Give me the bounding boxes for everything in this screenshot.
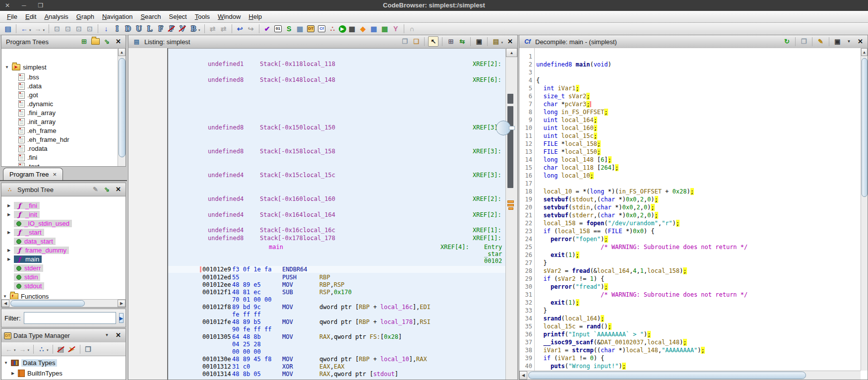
dropdown-caret-icon[interactable]: ▾ <box>29 28 31 32</box>
symbol-tree-header[interactable]: ∴ Symbol Tree ✎⇘✕ <box>1 183 125 196</box>
open-folder-icon[interactable] <box>91 37 100 46</box>
code-line[interactable]: 11 uint local_15c; <box>519 132 861 140</box>
xref-count[interactable]: XREF[2]: <box>473 195 501 202</box>
tree-item-section[interactable]: .dynamic <box>18 100 53 108</box>
dropdown-caret-icon[interactable]: ▾ <box>198 28 200 32</box>
stack-variable-row[interactable]: undefined4Stack[-0x160...local_160XREF[2… <box>168 195 505 202</box>
code-line[interactable]: 39 if (iVar1 != 0) { <box>519 354 861 362</box>
marker-bookmark-icon[interactable]: B <box>188 24 198 34</box>
xref-entry[interactable]: Entry <box>484 244 502 251</box>
code-line[interactable]: 4{ <box>519 76 861 84</box>
symbol-item-fini[interactable]: ▶ƒ_fini <box>6 201 40 210</box>
asm-bytes-continuation[interactable]: 00 00 00 <box>168 348 505 355</box>
function-label-row[interactable]: mainXREF[4]:Entry <box>168 244 505 251</box>
edit-icon[interactable]: ✎ <box>816 37 825 46</box>
code-line[interactable]: 3 <box>519 68 861 76</box>
save-icon[interactable]: ▤ <box>3 24 13 34</box>
menu-window[interactable]: Window <box>214 12 245 21</box>
code-line[interactable]: 32 exit(1); <box>519 299 861 307</box>
stack-variable-row[interactable]: undefined4Stack[-0x164...local_164XREF[2… <box>168 211 505 218</box>
menu-navigation[interactable]: Navigation <box>98 12 136 21</box>
listing-scroll-mark[interactable] <box>507 94 513 104</box>
tree-item-section[interactable]: .fini_array <box>18 109 56 117</box>
code-line[interactable]: 25 /* WARNING: Subroutine does not retur… <box>519 243 861 251</box>
expand-icon[interactable]: ▼ <box>4 65 9 69</box>
code-line[interactable]: 38 iVar1 = strcmp((char *)local_148,"AAA… <box>519 346 861 354</box>
dropdown-icon[interactable]: ▼ <box>844 37 854 46</box>
cursor-arrow-icon[interactable]: ↖ <box>428 36 438 47</box>
symbol-tree-hscrollbar[interactable]: ◀ ▶ <box>1 299 125 307</box>
marker-variable-icon[interactable]: V <box>178 24 187 34</box>
listing-content[interactable]: undefined1Stack[-0x118...local_118XREF[2… <box>168 48 505 380</box>
marker-undefined-icon[interactable]: U <box>134 24 144 34</box>
code-line[interactable]: 18 local_10 = *(long *)(in_FS_OFFSET + 0… <box>519 188 861 195</box>
code-line[interactable]: 33 } <box>519 307 861 315</box>
asm-row[interactable]: 0010130e48 89 45 f8MOVqword ptr [RBP + l… <box>168 356 505 363</box>
edit-icon[interactable]: ✎ <box>91 185 100 194</box>
asm-row[interactable]: 001012ee48 89 e5MOVRBP,RSP <box>168 281 505 288</box>
marker-function-icon[interactable]: F <box>156 24 166 34</box>
code-line[interactable]: 21 setvbuf(stderr,(char *)0x0,2,0); <box>519 211 861 219</box>
function-call-trees-icon[interactable]: ∴ <box>328 24 338 34</box>
code-line[interactable]: 36 printf("Input `AAAAAAAA` > "); <box>519 330 861 338</box>
listing-header[interactable]: ▤ Listing: simplest ❐❑↖⊞⇆▣▤▾✕ <box>128 35 517 49</box>
decompile-scroll-hthumb[interactable] <box>528 372 806 379</box>
dropdown-icon[interactable]: ▼ <box>102 330 112 340</box>
code-line[interactable]: 26 exit(1); <box>519 251 861 259</box>
function-label[interactable]: main <box>269 244 283 251</box>
margin-format-icon[interactable]: ▤ <box>491 37 500 46</box>
xref-count[interactable]: XREF[6]: <box>473 76 501 83</box>
memory-map-icon[interactable]: ▦ <box>347 24 357 34</box>
snapshot-icon[interactable]: ▣ <box>833 37 842 46</box>
dropdown-caret-icon[interactable]: ▾ <box>14 348 16 352</box>
patch-in-icon[interactable]: ⊡ <box>74 24 84 34</box>
clear-block-icon[interactable]: ⊡ <box>63 24 73 34</box>
xref-count[interactable]: XREF[4]: <box>440 244 469 251</box>
menu-file[interactable]: File <box>3 12 21 21</box>
preview-window-icon[interactable]: ❐ <box>83 344 93 354</box>
symbol-item-stdin[interactable]: stdin <box>6 273 40 281</box>
decompile-scrollbar[interactable]: ▲ <box>861 48 868 371</box>
close-icon[interactable]: ✕ <box>114 185 123 194</box>
code-line[interactable]: 37 __isoc99_scanf(&DAT_00102037,local_14… <box>519 338 861 346</box>
tab-program-tree[interactable]: Program Tree × <box>3 168 63 181</box>
bookmark-marker[interactable] <box>507 200 514 203</box>
program-tree-scrollbar[interactable]: ▲ <box>118 48 125 166</box>
clear-flow-icon[interactable]: ⊡ <box>52 24 62 34</box>
patch-out-icon[interactable]: ⊡ <box>85 24 95 34</box>
validate-icon[interactable]: ✔ <box>262 24 272 34</box>
refresh-icon[interactable]: ↻ <box>782 37 792 46</box>
bytes-view-icon[interactable]: ▦ <box>295 24 305 34</box>
stack-variable-row[interactable]: undefined8Stack[-0x150...local_150XREF[3… <box>168 124 505 131</box>
tab-close-icon[interactable]: × <box>53 171 57 178</box>
stack-variable-row[interactable]: undefined4Stack[-0x15c...local_15cXREF[3… <box>168 172 505 179</box>
disassemble-icon[interactable]: ↓ <box>101 24 111 34</box>
bookmark-marker[interactable] <box>508 207 513 210</box>
program-trees-header[interactable]: Program Trees ⊞⇘✕ <box>1 35 125 49</box>
symbol-item-functions[interactable]: ▼fFunctions <box>2 292 49 299</box>
close-icon[interactable]: ✕ <box>856 37 865 46</box>
xref-count[interactable]: XREF[1]: <box>473 235 501 242</box>
copy-icon[interactable]: ❐ <box>400 37 409 46</box>
stack-variable-row[interactable]: undefined1Stack[-0x118...local_118XREF[2… <box>168 61 505 67</box>
back-icon[interactable]: ← <box>4 344 14 354</box>
back-icon[interactable]: ← <box>19 24 29 34</box>
code-line[interactable]: 7 char *pcVar3; <box>519 100 861 108</box>
menu-analysis[interactable]: Analysis <box>40 12 72 21</box>
symbol-item-stdout[interactable]: stdout <box>6 282 44 290</box>
scroll-up-icon[interactable]: ▲ <box>861 48 868 56</box>
scroll-left-icon[interactable]: ◀ <box>519 371 527 380</box>
code-line[interactable]: 34 srand(local_164); <box>519 315 861 322</box>
diff-view-icon[interactable]: ⇆ <box>457 37 467 46</box>
tree-item-section[interactable]: .got <box>18 91 38 99</box>
symbol-item-IOstdinused[interactable]: _IO_stdin_used <box>6 219 72 228</box>
tree-item-section[interactable]: .bss <box>18 73 39 81</box>
decompiler-icon[interactable]: Cf <box>317 24 327 34</box>
expand-icon[interactable]: ▶ <box>6 203 11 208</box>
xref-count[interactable]: XREF[3]: <box>473 172 501 179</box>
xref-detail[interactable]: 00102 <box>484 257 502 264</box>
new-tree-icon[interactable]: ⊞ <box>79 37 89 46</box>
menu-tools[interactable]: Tools <box>191 12 214 21</box>
code-line[interactable]: 30 perror("fread"); <box>519 283 861 291</box>
import-icon[interactable]: ⇘ <box>102 37 112 46</box>
